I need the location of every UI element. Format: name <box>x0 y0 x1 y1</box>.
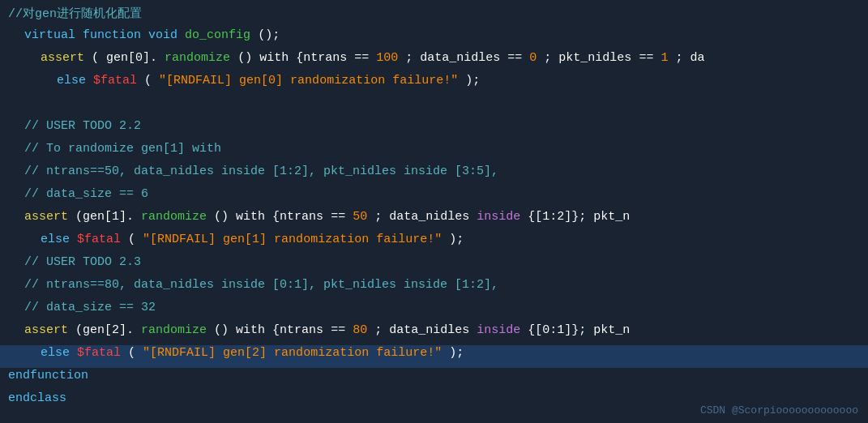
code-line-12: // USER TODO 2.3 <box>0 254 868 277</box>
code-line-8: // ntrans==50, data_nidles inside [1:2],… <box>0 164 868 186</box>
keyword-function: function <box>83 28 141 42</box>
code-line-15: assert (gen[2]. randomize () with {ntran… <box>0 323 868 345</box>
fatal-call: $fatal <box>93 74 137 88</box>
todo22-comment: // USER TODO 2.2 <box>24 119 141 133</box>
code-line-11: else $fatal ( "[RNDFAIL] gen[1] randomiz… <box>0 232 868 254</box>
code-line-6: // USER TODO 2.2 <box>0 118 868 141</box>
code-line-14: // data_size == 32 <box>0 300 868 323</box>
code-line-16: else $fatal ( "[RNDFAIL] gen[2] randomiz… <box>0 345 868 368</box>
keyword-else: else <box>57 74 86 88</box>
keyword-endclass: endclass <box>8 391 66 405</box>
code-line-13: // ntrans==80, data_nidles inside [0:1],… <box>0 277 868 300</box>
func-name: do_config <box>185 28 250 42</box>
code-line-5 <box>0 96 868 118</box>
keyword-virtual: virtual <box>24 28 75 42</box>
code-line-9: // data_size == 6 <box>0 186 868 209</box>
keyword-endfunction: endfunction <box>8 369 88 382</box>
code-line-7: // To randomize gen[1] with <box>0 141 868 164</box>
code-line-1: //对gen进行随机化配置 <box>0 5 868 28</box>
code-line-4: else $fatal ( "[RNDFAIL] gen[0] randomiz… <box>0 73 868 96</box>
keyword-void: void <box>148 28 177 42</box>
code-line-3: assert ( gen[0]. randomize () with {ntra… <box>0 50 868 73</box>
keyword-assert: assert <box>41 51 84 65</box>
code-line-10: assert (gen[1]. randomize () with {ntran… <box>0 209 868 232</box>
comment-text: //对gen进行随机化配置 <box>8 7 142 21</box>
watermark: CSDN @Scorpiooooooooooooo <box>700 404 858 417</box>
code-line-17: endfunction <box>0 368 868 391</box>
code-editor: //对gen进行随机化配置 virtual function void do_c… <box>0 0 868 423</box>
code-line-2: virtual function void do_config (); <box>0 28 868 50</box>
